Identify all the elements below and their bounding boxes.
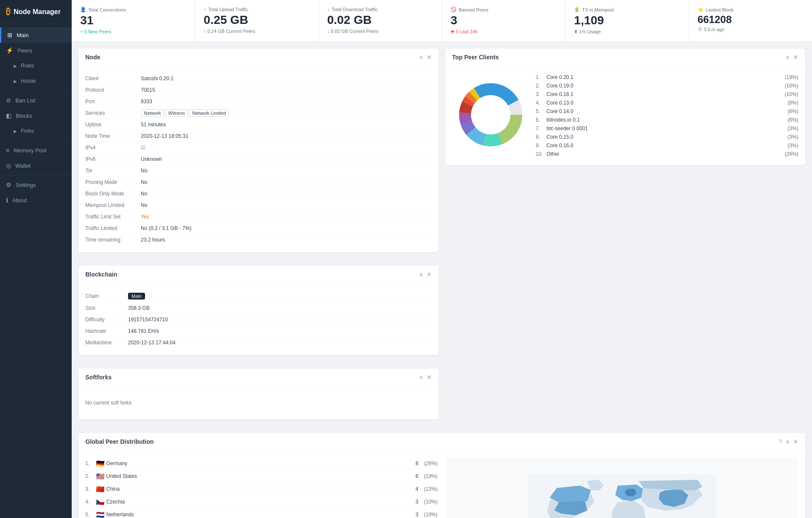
main-icon: ⊞ xyxy=(7,32,12,38)
sidebar-label-about: About xyxy=(12,197,27,204)
softforks-card-body: No current soft forks xyxy=(79,386,439,419)
stat-download: ↓ Total Download Traffic 0.02 GB ↓ 0.02 … xyxy=(319,0,442,41)
node-row: IPv6Unknown xyxy=(85,154,432,165)
stat-download-value: 0.02 GB xyxy=(327,14,433,27)
sidebar-label-blocks: Blocks xyxy=(16,113,32,119)
sidebar-item-wallet[interactable]: ◎ Wallet xyxy=(0,158,72,173)
blockchain-close-icon[interactable]: ✕ xyxy=(427,271,432,278)
softforks-close-icon[interactable]: ✕ xyxy=(427,374,432,381)
stat-download-label: ↓ Total Download Traffic xyxy=(327,7,433,12)
connections-icon: 👤 xyxy=(80,7,86,12)
sidebar-item-mempool[interactable]: ≡ Memory Pool xyxy=(0,143,72,158)
top-peer-clients-header: Top Peer Clients ∧ ✕ xyxy=(445,49,806,66)
top-peer-clients-controls: ∧ ✕ xyxy=(786,54,798,61)
stat-lastblock-sub: ⏱ 3.3 m ago xyxy=(698,27,803,32)
sidebar-item-hoster[interactable]: ▸ Hoster xyxy=(0,73,72,89)
blockchain-row: Mediantime2020-12-13 17:44:04 xyxy=(85,337,432,348)
peer-list-item: 2. Core 0.19.0(10%) xyxy=(536,81,799,90)
softforks-card-header: Softforks ∧ ✕ xyxy=(79,369,439,386)
blockchain-collapse-icon[interactable]: ∧ xyxy=(419,271,423,278)
node-row: Port8333 xyxy=(85,96,432,108)
blockchain-card-title: Blockchain xyxy=(85,271,117,278)
sidebar-item-blocks[interactable]: ◧ Blocks xyxy=(0,108,72,123)
banned-icon: 🚫 xyxy=(451,7,457,12)
mempool-icon: ≡ xyxy=(6,147,9,154)
peer-dist-country: Germany xyxy=(106,460,406,466)
donut-chart-container xyxy=(452,76,529,154)
node-row-value: NetworkWitnessNetwork Limited xyxy=(141,110,432,116)
stat-download-sub: ↓ 0.02 GB Current Peers xyxy=(327,29,433,34)
node-row: ServicesNetworkWitnessNetwork Limited xyxy=(85,108,432,119)
node-row: Uptime51 minutes xyxy=(85,119,432,131)
node-row: IPv4☑ xyxy=(85,142,432,154)
rules-icon: ▸ xyxy=(14,62,17,69)
sidebar-label-wallet: Wallet xyxy=(15,163,31,169)
node-row-value: Satoshi 0.20.1 xyxy=(141,76,432,81)
node-row-label: Node Time xyxy=(85,133,141,139)
hoster-icon: ▸ xyxy=(14,78,17,84)
peer-dist-row: 2. 🇺🇸 United States 6 (19%) xyxy=(85,470,438,483)
stat-mempool-label: 🔋 TX in Mempool xyxy=(574,7,680,12)
peer-list-item: 6. bitnodes.io 0.1(6%) xyxy=(536,116,799,124)
node-row-label: IPv6 xyxy=(85,156,141,162)
sidebar-item-rules[interactable]: ▸ Rules xyxy=(0,58,72,73)
blockchain-row-value: 358.3 GB xyxy=(128,305,150,311)
node-collapse-icon[interactable]: ∧ xyxy=(419,54,423,61)
node-row-value: Yes xyxy=(141,214,432,220)
sidebar-item-forks[interactable]: ▸ Forks xyxy=(0,123,72,139)
softforks-collapse-icon[interactable]: ∧ xyxy=(419,374,423,381)
top-row: Node ∧ ✕ ClientSatoshi 0.20.1Protocol700… xyxy=(79,49,805,426)
node-row: Mempool LimitedNo xyxy=(85,200,432,211)
app-logo: ₿ Node Manager xyxy=(0,0,72,24)
node-row-label: Mempool Limited xyxy=(85,202,141,208)
sidebar-label-mempool: Memory Pool xyxy=(14,147,47,154)
stat-connections-label: 👤 Total Connections xyxy=(80,7,186,12)
peer-dist-rank: 1. xyxy=(85,460,96,466)
sidebar-label-hoster: Hoster xyxy=(21,78,36,84)
peer-list-item: 7. btc-seeder 0.0001(3%) xyxy=(536,124,799,133)
stat-upload-value: 0.25 GB xyxy=(204,14,309,27)
peer-dist-pct: (19%) xyxy=(419,473,438,479)
blockchain-row-label: Mediantime xyxy=(85,340,128,346)
sidebar-item-about[interactable]: ℹ About xyxy=(0,192,72,208)
peer-dist-table: 1. 🇩🇪 Germany 8 (26%) 2. 🇺🇸 United State… xyxy=(85,457,438,518)
blockchain-row-label: Hashrate xyxy=(85,328,128,334)
softforks-empty-message: No current soft forks xyxy=(85,393,432,413)
top-peer-close-icon[interactable]: ✕ xyxy=(793,54,798,61)
node-row: Traffic LimitedNo (0.2 / 3.1 GB - 7%) xyxy=(85,223,432,234)
mempool-stat-icon: 🔋 xyxy=(574,7,580,12)
peer-dist-row: 5. 🇳🇱 Netherlands 3 (10%) xyxy=(85,509,438,518)
peer-dist-count: 3 xyxy=(406,512,419,518)
node-rows-container: ClientSatoshi 0.20.1Protocol70015Port833… xyxy=(85,73,432,245)
sidebar-item-main[interactable]: ⊞ Main xyxy=(0,27,72,43)
top-peer-clients-body: 1. Core 0.20.1(19%)2. Core 0.19.0(10%)3.… xyxy=(445,66,806,165)
node-row-value: 8333 xyxy=(141,99,432,105)
banlist-icon: ⊘ xyxy=(6,97,11,104)
peer-dist-row: 4. 🇨🇿 Czechia 3 (10%) xyxy=(85,496,438,509)
node-row: TorNo xyxy=(85,165,432,177)
top-peer-collapse-icon[interactable]: ∧ xyxy=(786,54,790,61)
stat-upload-label: ↑ Total Upload Traffic xyxy=(204,7,309,12)
blockchain-row: ChainMain xyxy=(85,290,432,303)
peer-dist-country: Netherlands xyxy=(106,512,406,518)
service-badge: Network xyxy=(141,109,164,117)
help-icon[interactable]: ? xyxy=(779,438,782,445)
blocks-icon: ◧ xyxy=(6,112,12,119)
peer-dist-pct: (10%) xyxy=(419,512,438,518)
stat-connections-value: 31 xyxy=(80,14,186,27)
peer-dist-count: 6 xyxy=(406,473,419,479)
top-peer-clients-card: Top Peer Clients ∧ ✕ xyxy=(445,49,806,165)
sidebar: ₿ Node Manager ⊞ Main ⚡ Peers ▸ Rules ▸ … xyxy=(0,0,72,518)
peer-dist-layout: 1. 🇩🇪 Germany 8 (26%) 2. 🇺🇸 United State… xyxy=(85,457,798,518)
sidebar-item-settings[interactable]: ⚙ Settings xyxy=(0,177,72,192)
global-peer-collapse-icon[interactable]: ∧ xyxy=(786,438,790,445)
stat-mempool: 🔋 TX in Mempool 1,109 ⬆ 1% Usage xyxy=(565,0,689,41)
stats-bar: 👤 Total Connections 31 + 0 New Peers ↑ T… xyxy=(72,0,812,42)
stat-banned: 🚫 Banned Peers 3 ✚ 0 Last 24h xyxy=(442,0,565,41)
sidebar-item-banlist[interactable]: ⊘ Ban List xyxy=(0,93,72,108)
node-card-header: Node ∧ ✕ xyxy=(79,49,439,66)
node-row-label: Services xyxy=(85,110,141,116)
node-close-icon[interactable]: ✕ xyxy=(427,54,432,61)
global-peer-close-icon[interactable]: ✕ xyxy=(793,438,798,445)
sidebar-item-peers[interactable]: ⚡ Peers xyxy=(0,43,72,58)
